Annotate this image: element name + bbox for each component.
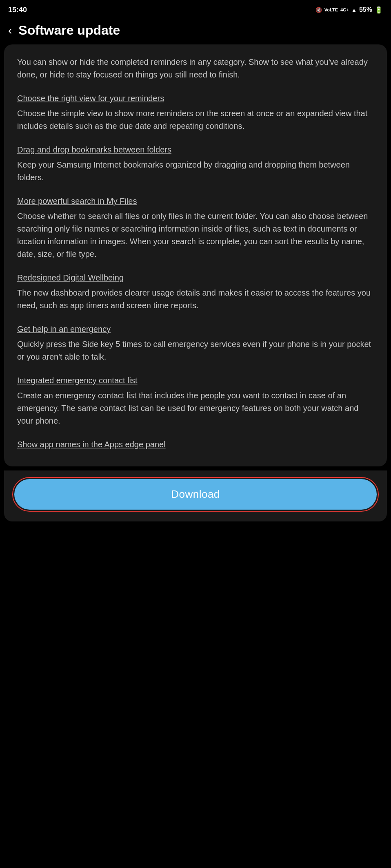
download-button[interactable]: Download xyxy=(14,479,377,510)
page-header: ‹ Software update xyxy=(0,18,391,44)
feature-section-my-files: More powerful search in My Files Choose … xyxy=(17,195,374,261)
feature-section-bookmarks: Drag and drop bookmarks between folders … xyxy=(17,144,374,184)
feature-section-reminders-view: Choose the right view for your reminders… xyxy=(17,93,374,133)
feature-desc-my-files: Choose whether to search all files or on… xyxy=(17,210,374,261)
feature-section-apps-edge: Show app names in the Apps edge panel xyxy=(17,439,374,450)
feature-section-digital-wellbeing: Redesigned Digital Wellbeing The new das… xyxy=(17,272,374,312)
feature-desc-emergency-contacts: Create an emergency contact list that in… xyxy=(17,389,374,427)
network-icon: 4G+ xyxy=(340,7,349,12)
feature-title-bookmarks: Drag and drop bookmarks between folders xyxy=(17,144,374,155)
feature-desc-digital-wellbeing: The new dashboard provides clearer usage… xyxy=(17,287,374,312)
volte-icon: VoLTE xyxy=(324,7,338,12)
feature-title-digital-wellbeing: Redesigned Digital Wellbeing xyxy=(17,272,374,283)
download-button-wrapper: Download xyxy=(12,477,379,512)
mute-icon: 🔇 xyxy=(315,7,322,13)
feature-desc-bookmarks: Keep your Samsung Internet bookmarks org… xyxy=(17,159,374,184)
feature-title-emergency-help: Get help in an emergency xyxy=(17,323,374,335)
feature-title-reminders-view: Choose the right view for your reminders xyxy=(17,93,374,104)
battery-indicator: 55% xyxy=(359,6,372,13)
status-bar: 15:40 🔇 VoLTE 4G+ ▲ 55% 🔋 xyxy=(0,0,391,18)
intro-text: You can show or hide the completed remin… xyxy=(17,56,374,81)
back-button[interactable]: ‹ xyxy=(8,25,12,36)
feature-desc-reminders-view: Choose the simple view to show more remi… xyxy=(17,107,374,133)
feature-section-emergency-help: Get help in an emergency Quickly press t… xyxy=(17,323,374,363)
status-time: 15:40 xyxy=(8,6,27,14)
page-title: Software update xyxy=(18,23,120,38)
content-card: You can show or hide the completed remin… xyxy=(4,44,387,466)
battery-icon: 🔋 xyxy=(375,6,383,14)
feature-title-apps-edge: Show app names in the Apps edge panel xyxy=(17,439,374,450)
feature-title-my-files: More powerful search in My Files xyxy=(17,195,374,207)
status-icons: 🔇 VoLTE 4G+ ▲ 55% 🔋 xyxy=(315,6,383,14)
feature-desc-emergency-help: Quickly press the Side key 5 times to ca… xyxy=(17,338,374,363)
bottom-action-area: Download xyxy=(4,470,387,521)
feature-section-emergency-contacts: Integrated emergency contact list Create… xyxy=(17,375,374,427)
signal-icon: ▲ xyxy=(351,7,357,13)
feature-title-emergency-contacts: Integrated emergency contact list xyxy=(17,375,374,386)
